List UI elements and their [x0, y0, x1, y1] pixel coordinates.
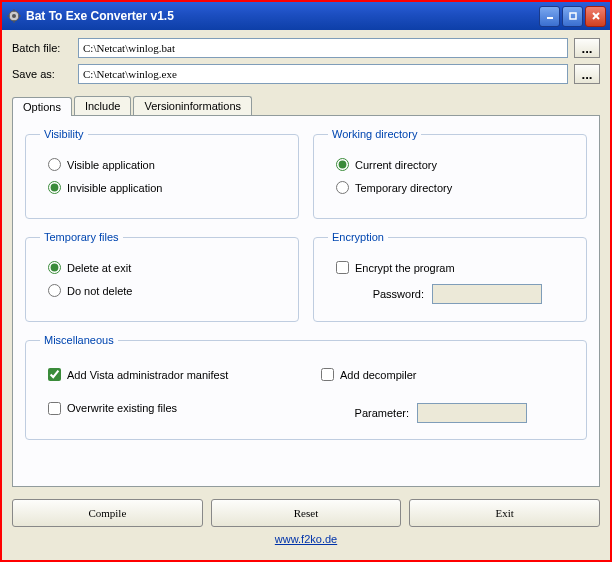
tab-strip: Options Include Versioninformations — [12, 96, 600, 115]
label-do-not-delete: Do not delete — [67, 285, 132, 297]
legend-encryption: Encryption — [328, 231, 388, 243]
window-title: Bat To Exe Converter v1.5 — [26, 9, 174, 23]
minimize-button[interactable] — [539, 6, 560, 27]
radio-delete-at-exit[interactable] — [48, 261, 61, 274]
compile-button[interactable]: Compile — [12, 499, 203, 527]
maximize-button[interactable] — [562, 6, 583, 27]
label-visible: Visible application — [67, 159, 155, 171]
legend-working: Working directory — [328, 128, 421, 140]
button-row: Compile Reset Exit — [12, 499, 600, 527]
label-parameter: Parameter: — [321, 407, 409, 419]
tab-panel-options: Visibility Visible application Invisible… — [12, 115, 600, 487]
batch-file-input[interactable] — [78, 38, 568, 58]
client-area: Batch file: ... Save as: ... Options Inc… — [2, 30, 610, 560]
save-as-label: Save as: — [12, 68, 78, 80]
tab-versioninfo[interactable]: Versioninformations — [133, 96, 252, 115]
reset-button[interactable]: Reset — [211, 499, 402, 527]
close-button[interactable] — [585, 6, 606, 27]
radio-do-not-delete[interactable] — [48, 284, 61, 297]
batch-file-label: Batch file: — [12, 42, 78, 54]
legend-misc: Miscellaneous — [40, 334, 118, 346]
group-temporary-files: Temporary files Delete at exit Do not de… — [25, 231, 299, 322]
svg-rect-7 — [570, 13, 576, 19]
label-overwrite: Overwrite existing files — [67, 402, 177, 414]
checkbox-add-decompiler[interactable] — [321, 368, 334, 381]
radio-visible[interactable] — [48, 158, 61, 171]
checkbox-overwrite[interactable] — [48, 402, 61, 415]
group-visibility: Visibility Visible application Invisible… — [25, 128, 299, 219]
tab-include[interactable]: Include — [74, 96, 131, 115]
label-add-decompiler: Add decompiler — [340, 369, 416, 381]
radio-invisible[interactable] — [48, 181, 61, 194]
radio-current-dir[interactable] — [336, 158, 349, 171]
radio-temp-dir[interactable] — [336, 181, 349, 194]
group-encryption: Encryption Encrypt the program Password: — [313, 231, 587, 322]
footer-link[interactable]: www.f2ko.de — [275, 533, 337, 545]
group-working-directory: Working directory Current directory Temp… — [313, 128, 587, 219]
tab-options[interactable]: Options — [12, 97, 72, 116]
label-temp-dir: Temporary directory — [355, 182, 452, 194]
legend-visibility: Visibility — [40, 128, 88, 140]
label-encrypt: Encrypt the program — [355, 262, 455, 274]
label-password: Password: — [336, 288, 424, 300]
footer: www.f2ko.de — [12, 533, 600, 545]
app-icon — [6, 8, 22, 24]
group-miscellaneous: Miscellaneous Add Vista administrador ma… — [25, 334, 587, 440]
svg-point-1 — [12, 14, 16, 18]
batch-file-browse-button[interactable]: ... — [574, 38, 600, 58]
exit-button[interactable]: Exit — [409, 499, 600, 527]
save-as-browse-button[interactable]: ... — [574, 64, 600, 84]
parameter-input[interactable] — [417, 403, 527, 423]
legend-tempfiles: Temporary files — [40, 231, 123, 243]
password-input[interactable] — [432, 284, 542, 304]
label-current-dir: Current directory — [355, 159, 437, 171]
label-delete-at-exit: Delete at exit — [67, 262, 131, 274]
titlebar: Bat To Exe Converter v1.5 — [2, 2, 610, 30]
checkbox-encrypt[interactable] — [336, 261, 349, 274]
save-as-input[interactable] — [78, 64, 568, 84]
label-invisible: Invisible application — [67, 182, 162, 194]
label-vista-manifest: Add Vista administrador manifest — [67, 369, 228, 381]
checkbox-vista-manifest[interactable] — [48, 368, 61, 381]
